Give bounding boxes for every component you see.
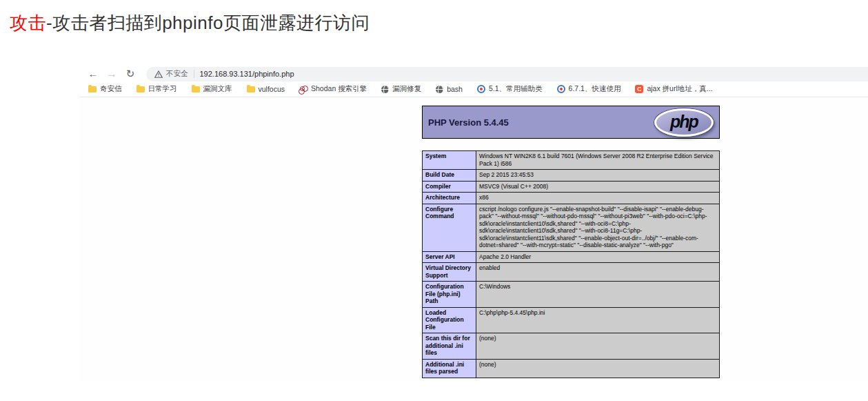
phpinfo-header: PHP Version 5.4.45 php	[422, 106, 720, 139]
back-button[interactable]: ←	[86, 67, 100, 81]
reload-button[interactable]: ↻	[123, 67, 137, 81]
folder-icon	[137, 86, 145, 92]
browser-toolbar: ← → ↻ 不安全 192.168.93.131/phpinfo.php	[79, 61, 868, 81]
phpinfo-table-row: Architecture x86	[423, 193, 720, 204]
phpinfo-row-label: Compiler	[423, 181, 476, 193]
phpinfo-row-value: x86	[476, 193, 720, 204]
phpinfo-page: PHP Version 5.4.45 php System Windows NT…	[422, 106, 720, 378]
phpinfo-table-row: System Windows NT WIN2K8 6.1 build 7601 …	[423, 151, 720, 170]
phpinfo-table-row: Compiler MSVC9 (Visual C++ 2008)	[423, 181, 720, 193]
phpinfo-table: System Windows NT WIN2K8 6.1 build 7601 …	[422, 150, 720, 378]
phpinfo-table-row: Loaded Configuration File C:\php\php-5.4…	[423, 307, 720, 333]
folder-icon	[88, 86, 97, 92]
bookmark-item[interactable]: bash	[436, 85, 463, 93]
php-logo-icon: php	[654, 108, 714, 137]
url-text: 192.168.93.131/phpinfo.php	[200, 70, 294, 78]
bookmark-item[interactable]: 5.1、常用辅助类	[477, 84, 543, 94]
bookmark-label: 5.1、常用辅助类	[489, 84, 543, 94]
omnibox[interactable]: 不安全 192.168.93.131/phpinfo.php	[146, 67, 868, 81]
phpinfo-table-row: Build Date Sep 2 2015 23:45:53	[423, 170, 720, 182]
globe-icon	[436, 86, 443, 93]
page-title-rest: -攻击者扫描到phpinfo页面泄露进行访问	[46, 12, 370, 33]
phpinfo-row-value: Sep 2 2015 23:45:53	[476, 170, 720, 182]
phpinfo-title: PHP Version 5.4.45	[428, 117, 509, 128]
phpinfo-row-value: C:\php\php-5.4.45\php.ini	[476, 307, 720, 333]
phpinfo-row-label: System	[423, 151, 476, 170]
bookmark-label: 奇安信	[100, 84, 122, 94]
phpinfo-row-label: Architecture	[423, 193, 476, 204]
warning-icon	[154, 70, 163, 78]
page-title: 攻击-攻击者扫描到phpinfo页面泄露进行访问	[10, 11, 370, 35]
bookmark-item[interactable]: 漏洞修复	[381, 84, 421, 94]
phpinfo-row-value: MSVC9 (Visual C++ 2008)	[476, 181, 720, 193]
phpinfo-row-value: C:\Windows	[476, 282, 720, 308]
globe-icon	[381, 86, 389, 93]
phpinfo-row-label: Configuration File (php.ini) Path	[423, 282, 476, 308]
bookmark-item[interactable]: 日常学习	[137, 84, 177, 94]
phpinfo-table-row: Configure Command cscript /nologo config…	[423, 204, 720, 251]
bookmark-item[interactable]: 漏洞文库	[192, 84, 232, 94]
phpinfo-row-label: Additional .ini files parsed	[423, 359, 476, 378]
phpinfo-row-label: Server API	[423, 251, 476, 263]
php-logo-text: php	[670, 112, 698, 132]
folder-icon	[192, 86, 200, 92]
phpinfo-row-value: Windows NT WIN2K8 6.1 build 7601 (Window…	[476, 151, 720, 170]
phpinfo-row-label: Virtual Directory Support	[423, 263, 476, 282]
docs-icon	[477, 85, 485, 93]
bookmark-item[interactable]: ajax 拼url地址，真...	[635, 84, 712, 94]
phpinfo-table-row: Configuration File (php.ini) Path C:\Win…	[423, 282, 720, 308]
browser-window: ← → ↻ 不安全 192.168.93.131/phpinfo.php 奇安信…	[79, 61, 868, 382]
bookmark-label: Shodan 搜索引擎	[311, 84, 367, 94]
phpinfo-table-row: Scan this dir for additional .ini files …	[423, 333, 720, 360]
phpinfo-row-label: Build Date	[423, 170, 476, 182]
folder-icon	[247, 86, 255, 92]
phpinfo-row-value: enabled	[476, 263, 720, 282]
browser-content: PHP Version 5.4.45 php System Windows NT…	[79, 97, 868, 381]
page-title-highlight: 攻击	[10, 12, 46, 33]
bookmark-label: 日常学习	[148, 84, 177, 94]
phpinfo-table-row: Virtual Directory Support enabled	[423, 263, 720, 282]
phpinfo-table-row: Server API Apache 2.0 Handler	[423, 251, 720, 263]
forward-button[interactable]: →	[105, 67, 119, 81]
phpinfo-table-row: Additional .ini files parsed (none)	[423, 359, 720, 378]
bookmark-label: 漏洞修复	[392, 84, 421, 94]
docs-icon	[557, 85, 565, 93]
bookmark-label: 漏洞文库	[203, 84, 232, 94]
phpinfo-row-label: Scan this dir for additional .ini files	[423, 333, 476, 360]
phpinfo-row-label: Loaded Configuration File	[423, 307, 476, 333]
bookmark-item[interactable]: 奇安信	[88, 84, 122, 94]
phpinfo-row-value: (none)	[476, 333, 720, 360]
bookmark-label: ajax 拼url地址，真...	[647, 84, 712, 94]
security-label: 不安全	[166, 69, 188, 79]
phpinfo-row-value: (none)	[476, 359, 720, 378]
bookmark-item[interactable]: 6.7.1、快速使用	[557, 84, 621, 94]
phpinfo-row-value: cscript /nologo configure.js "--enable-s…	[476, 204, 720, 251]
bookmark-label: bash	[447, 85, 463, 93]
phpinfo-row-label: Configure Command	[423, 204, 476, 251]
phpinfo-row-value: Apache 2.0 Handler	[476, 251, 720, 263]
bookmark-label: 6.7.1、快速使用	[569, 84, 621, 94]
csdn-icon	[635, 85, 643, 93]
bookmark-item[interactable]: vulfocus	[247, 85, 285, 93]
bookmarks-bar: 奇安信 日常学习 漏洞文库 vulfocus Shodan 搜索引擎 漏洞修复 …	[79, 81, 868, 97]
bookmark-label: vulfocus	[259, 85, 285, 93]
omnibox-divider	[194, 70, 194, 78]
shodan-icon	[300, 86, 305, 91]
bookmark-item[interactable]: Shodan 搜索引擎	[299, 84, 367, 94]
